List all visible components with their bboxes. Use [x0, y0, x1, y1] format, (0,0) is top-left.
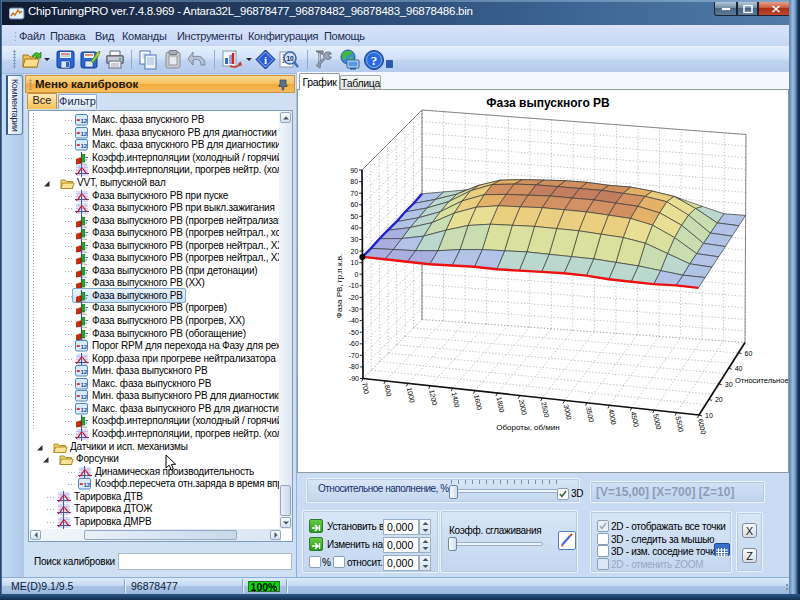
svg-text:-20: -20	[348, 294, 358, 301]
svg-text:Фаза выпускного РВ: Фаза выпускного РВ	[486, 96, 610, 110]
svg-text:80: 80	[350, 178, 358, 185]
svg-text:60: 60	[745, 350, 753, 357]
svg-text:10: 10	[286, 55, 294, 62]
svg-text:12: 12	[80, 405, 87, 412]
svg-text:-10: -10	[348, 282, 358, 289]
svg-text:12: 12	[80, 142, 87, 149]
svg-text:20: 20	[715, 396, 723, 403]
svg-text:-70: -70	[349, 352, 359, 359]
svg-text:-60: -60	[349, 340, 359, 347]
svg-text:10: 10	[705, 412, 713, 419]
svg-text:50: 50	[350, 213, 358, 220]
svg-text:12: 12	[80, 368, 87, 375]
svg-text:Относительное н: Относительное н	[735, 376, 789, 385]
svg-text:12: 12	[80, 343, 87, 350]
svg-text:0: 0	[355, 271, 359, 278]
svg-text:12: 12	[80, 117, 87, 124]
svg-text:-90: -90	[349, 375, 359, 382]
svg-text:?: ?	[371, 53, 378, 68]
svg-text:-30: -30	[349, 306, 359, 313]
svg-text:Фаза РВ, гр.п.к.в.: Фаза РВ, гр.п.к.в.	[335, 254, 344, 318]
svg-text:40: 40	[735, 365, 743, 372]
svg-text:12: 12	[80, 129, 87, 136]
svg-text:12: 12	[80, 393, 87, 400]
svg-text:Обороты, об/мин: Обороты, об/мин	[496, 423, 559, 432]
svg-text:-40: -40	[349, 317, 359, 324]
svg-text:60: 60	[350, 201, 358, 208]
svg-text:40: 40	[351, 224, 359, 231]
svg-text:30: 30	[725, 381, 733, 388]
svg-text:i: i	[264, 54, 267, 66]
svg-text:30: 30	[351, 236, 359, 243]
svg-text:90: 90	[350, 167, 358, 174]
svg-text:-50: -50	[349, 329, 359, 336]
svg-text:12: 12	[80, 380, 87, 387]
svg-text:12: 12	[83, 481, 90, 488]
svg-text:10: 10	[351, 259, 359, 266]
svg-text:-80: -80	[349, 363, 359, 370]
svg-text:70: 70	[350, 190, 358, 197]
svg-text:20: 20	[351, 248, 359, 255]
